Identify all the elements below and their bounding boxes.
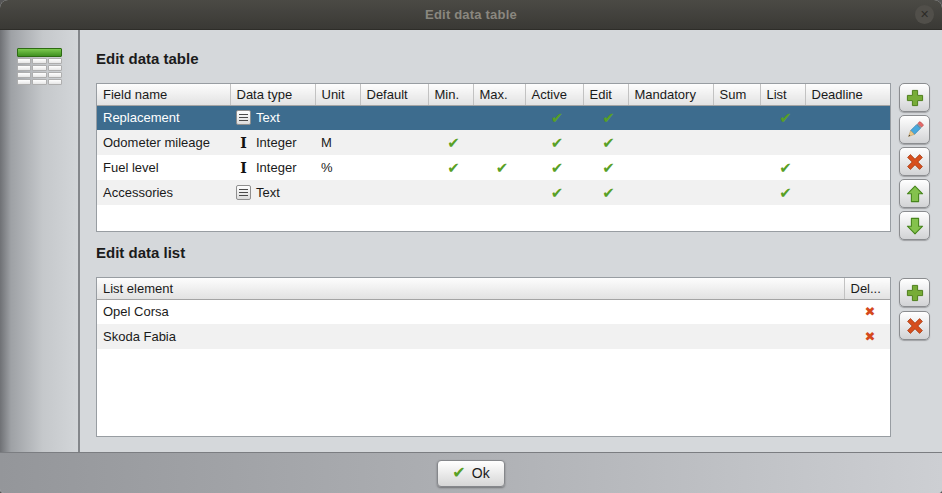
column-header-field-name[interactable]: Field name [97, 84, 230, 105]
delete-row-icon[interactable]: ✖ [844, 324, 890, 349]
data-type-label: Text [256, 185, 280, 200]
column-header-min[interactable]: Min. [428, 84, 473, 105]
red-x-icon [905, 316, 925, 336]
cell-default [360, 130, 428, 155]
cell-max [473, 180, 525, 205]
delete-list-element-button[interactable] [899, 311, 930, 340]
cell-deadline [805, 180, 890, 205]
edit-data-table-dialog: Edit data table ✕ Edit data table [0, 0, 942, 493]
cell-mandatory [628, 155, 713, 180]
cell-unit [315, 105, 360, 130]
cell-active-checkmark: ✔ [525, 105, 583, 130]
column-header-mandatory[interactable]: Mandatory [628, 84, 713, 105]
column-header-edit[interactable]: Edit [583, 84, 628, 105]
column-header-del[interactable]: Del... [844, 278, 890, 299]
add-field-button[interactable] [899, 83, 930, 112]
cell-active-checkmark: ✔ [525, 180, 583, 205]
delete-row-icon[interactable]: ✖ [844, 299, 890, 324]
cell-sum [713, 180, 760, 205]
cell-max [473, 105, 525, 130]
cell-list [760, 130, 805, 155]
fields-grid: Field name Data type Unit Default Min. M… [97, 84, 890, 205]
list-table: List element Del... Opel Corsa ✖ Skoda F… [96, 277, 891, 437]
ok-button-label: Ok [472, 465, 490, 481]
check-icon: ✔ [452, 465, 465, 481]
cell-active-checkmark: ✔ [525, 130, 583, 155]
cell-list-checkmark: ✔ [760, 105, 805, 130]
data-type-label: Integer [256, 135, 296, 150]
arrow-down-icon [905, 216, 925, 236]
close-icon: ✕ [920, 8, 929, 21]
cell-deadline [805, 130, 890, 155]
cell-edit-checkmark: ✔ [583, 155, 628, 180]
fields-table: Field name Data type Unit Default Min. M… [96, 83, 891, 232]
table-row-accessories[interactable]: Accessories Text ✔ ✔ [97, 180, 890, 205]
cell-default [360, 180, 428, 205]
column-header-active[interactable]: Active [525, 84, 583, 105]
cell-unit: % [315, 155, 360, 180]
table-row-odometer-mileage[interactable]: Odometer mileage I Integer M ✔ ✔ ✔ [97, 130, 890, 155]
column-header-list-element[interactable]: List element [97, 278, 844, 299]
cell-data-type: I Integer [236, 160, 315, 176]
integer-type-icon: I [236, 160, 251, 176]
red-x-icon [905, 152, 925, 172]
text-type-icon [236, 110, 251, 125]
table-row-fuel-level[interactable]: Fuel level I Integer % ✔ ✔ ✔ ✔ [97, 155, 890, 180]
cell-min [428, 105, 473, 130]
column-header-list[interactable]: List [760, 84, 805, 105]
cell-edit-checkmark: ✔ [583, 130, 628, 155]
ok-button[interactable]: ✔ Ok [437, 460, 505, 487]
list-row-skoda-fabia[interactable]: Skoda Fabia ✖ [97, 324, 890, 349]
arrow-up-icon [905, 184, 925, 204]
cell-min [428, 180, 473, 205]
table-icon-cells [17, 58, 62, 85]
list-row-opel-corsa[interactable]: Opel Corsa ✖ [97, 299, 890, 324]
column-header-deadline[interactable]: Deadline [805, 84, 890, 105]
window-title: Edit data table [425, 7, 517, 22]
cell-deadline [805, 105, 890, 130]
column-header-max[interactable]: Max. [473, 84, 525, 105]
cell-unit [315, 180, 360, 205]
cell-edit-checkmark: ✔ [583, 105, 628, 130]
delete-field-button[interactable] [899, 147, 930, 176]
cell-sum [713, 105, 760, 130]
cell-field-name: Replacement [97, 105, 230, 130]
cell-mandatory [628, 130, 713, 155]
dialog-body: Edit data table Field name Data type Uni… [0, 30, 942, 452]
cell-mandatory [628, 180, 713, 205]
table-row-replacement[interactable]: Replacement Text ✔ ✔ [97, 105, 890, 130]
cell-default [360, 155, 428, 180]
cell-list-checkmark: ✔ [760, 155, 805, 180]
cell-data-type: Text [236, 185, 315, 200]
text-type-icon [236, 185, 251, 200]
list-section-heading: Edit data list [96, 244, 185, 261]
integer-type-icon: I [236, 135, 251, 151]
data-table-icon [17, 48, 62, 89]
cell-field-name: Odometer mileage [97, 130, 230, 155]
cell-min-checkmark: ✔ [428, 130, 473, 155]
plus-icon [905, 88, 925, 108]
cell-default [360, 105, 428, 130]
data-type-label: Integer [256, 160, 296, 175]
pencil-icon [905, 120, 925, 140]
cell-deadline [805, 155, 890, 180]
column-header-unit[interactable]: Unit [315, 84, 360, 105]
list-grid: List element Del... Opel Corsa ✖ Skoda F… [97, 278, 890, 349]
list-header-row: List element Del... [97, 278, 890, 299]
table-section-heading: Edit data table [96, 50, 199, 67]
move-up-button[interactable] [899, 179, 930, 208]
add-list-element-button[interactable] [899, 278, 930, 307]
column-header-sum[interactable]: Sum [713, 84, 760, 105]
content-panel: Edit data table Field name Data type Uni… [82, 30, 942, 452]
edit-field-button[interactable] [899, 115, 930, 144]
cell-list-checkmark: ✔ [760, 180, 805, 205]
move-down-button[interactable] [899, 211, 930, 240]
column-header-data-type[interactable]: Data type [230, 84, 315, 105]
cell-data-type: Text [236, 110, 315, 125]
cell-data-type: I Integer [236, 135, 315, 151]
column-header-default[interactable]: Default [360, 84, 428, 105]
cell-field-name: Fuel level [97, 155, 230, 180]
cell-mandatory [628, 105, 713, 130]
close-button[interactable]: ✕ [915, 5, 934, 24]
titlebar[interactable]: Edit data table ✕ [0, 0, 942, 30]
